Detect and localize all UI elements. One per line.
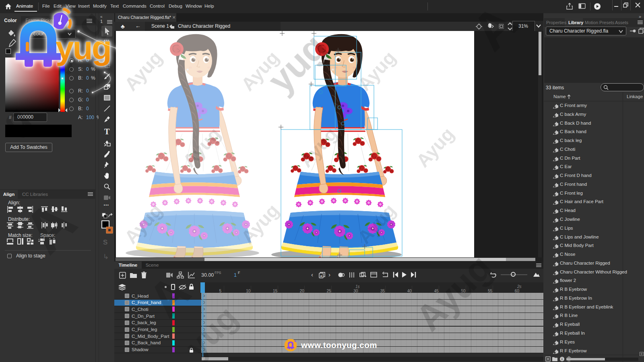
- svg-text:yug: yug: [56, 29, 111, 66]
- svg-text:i: i: [561, 357, 563, 361]
- svg-text:A: A: [320, 274, 322, 278]
